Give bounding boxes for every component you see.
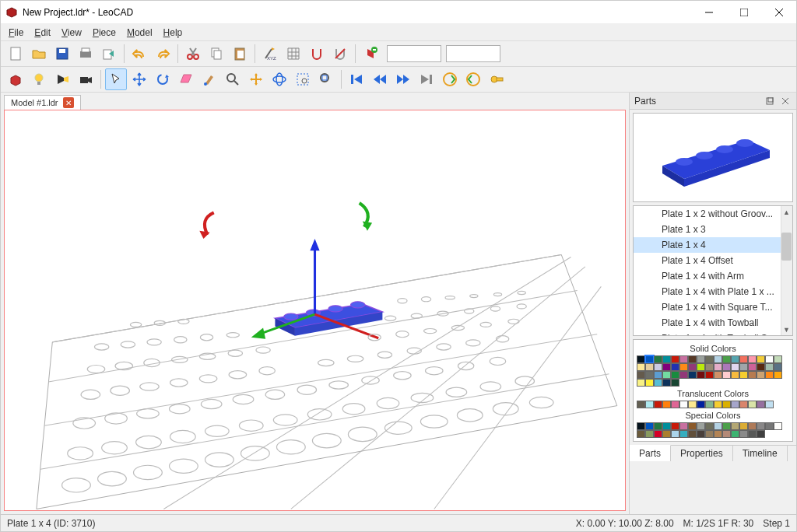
color-swatch[interactable] [757,371,765,379]
save-button[interactable] [51,43,73,65]
minimize-button[interactable] [691,1,726,24]
color-swatch[interactable] [679,363,688,371]
color-swatch[interactable] [748,363,757,371]
color-swatch[interactable] [688,371,697,379]
color-swatch[interactable] [671,355,679,363]
open-button[interactable] [28,43,50,65]
transform-input-x[interactable] [387,45,441,62]
color-swatch[interactable] [765,422,774,430]
color-swatch[interactable] [688,355,697,363]
color-swatch[interactable] [654,430,662,438]
color-swatch[interactable] [679,422,688,430]
color-swatch[interactable] [714,401,722,408]
color-swatch[interactable] [765,355,774,363]
remove-step-button[interactable] [462,68,484,90]
scroll-down-icon[interactable]: ▼ [781,324,792,335]
select-tool-button[interactable] [105,68,127,90]
color-swatch[interactable] [774,422,782,430]
color-swatch[interactable] [637,422,645,430]
color-swatch[interactable] [662,430,671,438]
maximize-button[interactable] [726,1,761,24]
color-swatch[interactable] [731,401,739,408]
color-swatch[interactable] [637,355,645,363]
color-swatch[interactable] [637,430,645,438]
color-swatch[interactable] [705,422,714,430]
color-swatch[interactable] [697,355,705,363]
menu-model[interactable]: Model [122,26,157,40]
color-swatch[interactable] [654,355,662,363]
color-swatch[interactable] [645,379,654,387]
color-swatch[interactable] [637,363,645,371]
color-swatch[interactable] [739,430,748,438]
part-preview[interactable] [633,113,793,202]
color-swatch[interactable] [697,363,705,371]
color-swatch[interactable] [654,371,662,379]
color-swatch[interactable] [705,401,714,408]
prev-step-button[interactable] [369,68,391,90]
camera-button[interactable] [75,68,97,90]
color-swatch[interactable] [679,355,688,363]
list-item[interactable]: Plate 1 x 4 with Towball S... [634,331,792,336]
color-swatch[interactable] [722,401,731,408]
color-swatch[interactable] [662,363,671,371]
transform-input-y[interactable] [446,45,500,62]
parts-list[interactable]: Plate 1 x 2 without Groov... Plate 1 x 3… [633,205,793,336]
menu-edit[interactable]: Edit [30,26,55,40]
color-swatch[interactable] [714,355,722,363]
color-swatch[interactable] [774,371,782,379]
zoom-region-button[interactable] [292,68,314,90]
color-swatch[interactable] [722,371,731,379]
tab-timeline[interactable]: Timeline [733,446,788,461]
color-swatch[interactable] [765,401,774,408]
color-swatch[interactable] [671,401,679,408]
new-button[interactable] [5,43,26,65]
color-swatch[interactable] [739,422,748,430]
color-swatch[interactable] [714,430,722,438]
color-swatch[interactable] [705,371,714,379]
color-swatch[interactable] [637,401,645,408]
zoom-extents-button[interactable] [315,68,337,90]
export-button[interactable] [98,43,120,65]
redo-button[interactable] [152,43,174,65]
color-swatch[interactable] [697,430,705,438]
color-swatch[interactable] [774,363,782,371]
color-swatch[interactable] [654,363,662,371]
pane-close-icon[interactable] [779,96,792,107]
delete-button[interactable] [360,43,381,65]
color-swatch[interactable] [679,401,688,408]
color-swatch[interactable] [671,379,679,387]
color-swatch[interactable] [722,363,731,371]
snap-move-button[interactable] [306,43,328,65]
color-swatch[interactable] [662,422,671,430]
color-swatch[interactable] [714,363,722,371]
color-swatch[interactable] [654,401,662,408]
light-button[interactable] [28,68,50,90]
color-swatch[interactable] [748,401,757,408]
color-swatch[interactable] [671,430,679,438]
rotate-tool-button[interactable] [152,68,174,90]
list-item[interactable]: Plate 1 x 4 [634,237,792,253]
color-swatch[interactable] [731,355,739,363]
color-swatch[interactable] [697,422,705,430]
color-swatch[interactable] [679,430,688,438]
color-swatch[interactable] [671,422,679,430]
cut-button[interactable] [182,43,204,65]
menu-help[interactable]: Help [159,26,188,40]
color-swatch[interactable] [688,401,697,408]
list-item[interactable]: Plate 1 x 4 with Plate 1 x ... [634,284,792,299]
menu-view[interactable]: View [57,26,86,40]
color-swatch[interactable] [671,363,679,371]
insert-step-button[interactable] [439,68,461,90]
color-swatch[interactable] [774,355,782,363]
color-swatch[interactable] [748,355,757,363]
scroll-thumb[interactable] [781,233,792,261]
color-swatch[interactable] [679,371,688,379]
zoom-tool-button[interactable] [222,68,244,90]
color-swatch[interactable] [765,371,774,379]
move-tool-button[interactable] [128,68,150,90]
insert-piece-button[interactable] [5,68,26,90]
color-swatch[interactable] [757,430,765,438]
tab-parts[interactable]: Parts [630,445,671,461]
color-swatch[interactable] [688,430,697,438]
paint-tool-button[interactable] [198,68,220,90]
